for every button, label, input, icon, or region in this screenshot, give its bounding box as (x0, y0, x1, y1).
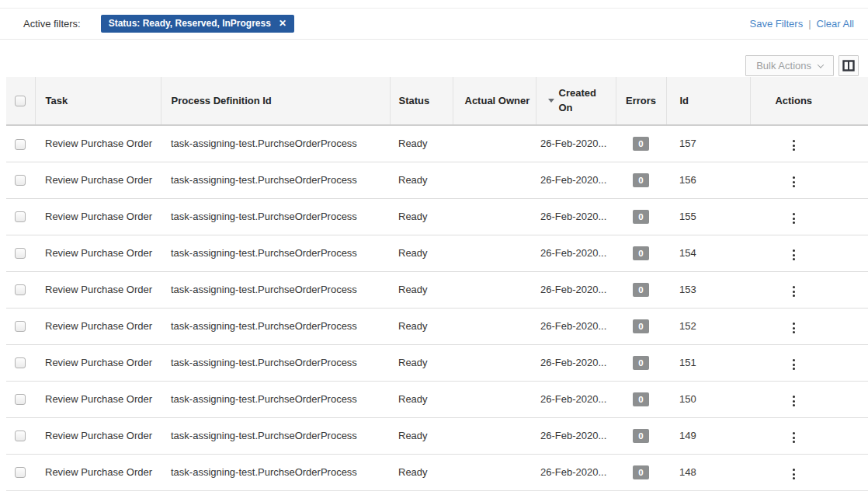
status-cell: Ready (390, 454, 453, 490)
row-checkbox[interactable] (15, 357, 26, 368)
actual-owner-cell (453, 271, 536, 308)
actual-owner-cell (453, 162, 536, 198)
id-cell: 150 (666, 381, 750, 417)
actions-cell (750, 162, 868, 198)
kebab-menu-icon[interactable] (786, 246, 801, 263)
table-row: Review Purchase Ordertask-assigning-test… (6, 454, 868, 490)
row-select-cell (6, 381, 35, 417)
actions-cell (750, 125, 868, 162)
status-cell: Ready (390, 308, 453, 344)
actions-cell (750, 454, 868, 490)
column-header-id[interactable]: Id (666, 77, 750, 125)
created-on-label: Created On (559, 86, 601, 116)
process-definition-id-cell: task-assigning-test.PurchseOrderProcess (161, 454, 390, 490)
select-all-checkbox[interactable] (15, 96, 26, 106)
status-cell: Ready (390, 125, 453, 162)
bulk-actions-button[interactable]: Bulk Actions (745, 55, 834, 76)
column-header-created-on[interactable]: Created On (536, 77, 616, 125)
actions-cell (750, 271, 868, 308)
column-header-status[interactable]: Status (390, 77, 453, 125)
task-cell: Review Purchase Order (35, 125, 161, 162)
kebab-menu-icon[interactable] (786, 356, 801, 373)
table-row: Review Purchase Ordertask-assigning-test… (6, 381, 868, 417)
row-checkbox[interactable] (15, 394, 26, 405)
errors-badge: 0 (633, 319, 649, 333)
header-row: Task Process Definition Id Status Actual… (6, 77, 868, 125)
sort-desc-icon (548, 99, 554, 103)
filter-chip: Status: Ready, Reserved, InProgress ✕ (101, 15, 294, 33)
errors-badge: 0 (633, 283, 649, 297)
errors-cell: 0 (616, 344, 666, 381)
save-filters-link[interactable]: Save Filters (750, 18, 804, 30)
select-all-header (6, 77, 35, 125)
table-row: Review Purchase Ordertask-assigning-test… (6, 198, 868, 235)
kebab-menu-icon[interactable] (786, 283, 801, 300)
row-select-cell (6, 162, 35, 198)
row-select-cell (6, 417, 35, 454)
id-cell: 153 (666, 271, 750, 308)
chip-close-icon[interactable]: ✕ (279, 18, 286, 29)
column-header-process-definition-id[interactable]: Process Definition Id (161, 77, 390, 125)
column-header-actual-owner[interactable]: Actual Owner (453, 77, 536, 125)
row-checkbox[interactable] (15, 431, 26, 441)
clear-all-link[interactable]: Clear All (817, 18, 854, 30)
created-on-cell: 26-Feb-2020... (536, 198, 616, 235)
row-checkbox[interactable] (15, 321, 26, 332)
id-cell: 149 (666, 417, 750, 454)
actions-cell (750, 381, 868, 417)
table-toolbar: Bulk Actions (0, 40, 868, 77)
table-row: Review Purchase Ordertask-assigning-test… (6, 235, 868, 271)
row-checkbox[interactable] (15, 248, 26, 259)
created-on-cell: 26-Feb-2020... (536, 308, 616, 344)
id-cell: 157 (666, 125, 750, 162)
row-select-cell (6, 198, 35, 235)
actions-cell (750, 198, 868, 235)
created-on-cell: 26-Feb-2020... (536, 235, 616, 271)
kebab-menu-icon[interactable] (786, 465, 801, 483)
row-checkbox[interactable] (15, 211, 26, 222)
task-cell: Review Purchase Order (35, 271, 161, 308)
table-row: Review Purchase Ordertask-assigning-test… (6, 308, 868, 344)
actions-cell (750, 344, 868, 381)
task-cell: Review Purchase Order (35, 308, 161, 344)
process-definition-id-cell: task-assigning-test.PurchseOrderProcess (161, 381, 390, 417)
row-checkbox[interactable] (15, 284, 26, 295)
errors-cell: 0 (616, 308, 666, 344)
row-checkbox[interactable] (15, 175, 26, 186)
kebab-menu-icon[interactable] (786, 210, 801, 227)
status-cell: Ready (390, 381, 453, 417)
kebab-menu-icon[interactable] (786, 319, 801, 336)
errors-badge: 0 (633, 210, 649, 224)
table-row: Review Purchase Ordertask-assigning-test… (6, 417, 868, 454)
links-separator: | (808, 18, 811, 30)
kebab-menu-icon[interactable] (786, 137, 801, 154)
status-cell: Ready (390, 162, 453, 198)
errors-cell: 0 (616, 271, 666, 308)
kebab-menu-icon[interactable] (786, 392, 801, 410)
kebab-menu-icon[interactable] (786, 173, 801, 190)
process-definition-id-cell: task-assigning-test.PurchseOrderProcess (161, 271, 390, 308)
row-select-cell (6, 235, 35, 271)
table-row: Review Purchase Ordertask-assigning-test… (6, 271, 868, 308)
errors-badge: 0 (633, 356, 649, 370)
errors-cell: 0 (616, 198, 666, 235)
column-header-task[interactable]: Task (35, 77, 161, 125)
columns-icon (842, 60, 855, 71)
created-on-cell: 26-Feb-2020... (536, 417, 616, 454)
row-checkbox[interactable] (15, 467, 26, 478)
process-definition-id-cell: task-assigning-test.PurchseOrderProcess (161, 417, 390, 454)
row-checkbox[interactable] (15, 139, 26, 150)
column-header-errors[interactable]: Errors (616, 77, 666, 125)
actual-owner-cell (453, 308, 536, 344)
manage-columns-button[interactable] (838, 55, 859, 76)
errors-badge: 0 (633, 392, 649, 406)
task-cell: Review Purchase Order (35, 162, 161, 198)
created-on-cell: 26-Feb-2020... (536, 162, 616, 198)
filter-chip-text: Status: Ready, Reserved, InProgress (109, 18, 271, 29)
actual-owner-cell (453, 125, 536, 162)
chevron-down-icon (818, 61, 824, 68)
kebab-menu-icon[interactable] (786, 429, 801, 446)
id-cell: 151 (666, 344, 750, 381)
table-row: Review Purchase Ordertask-assigning-test… (6, 162, 868, 198)
id-cell: 152 (666, 308, 750, 344)
